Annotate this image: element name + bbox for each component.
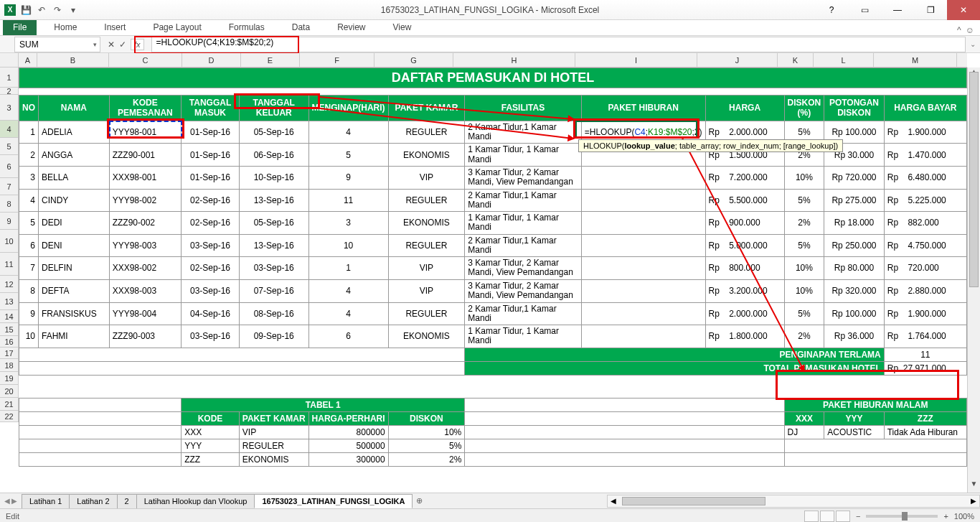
col-header-G[interactable]: G (374, 53, 453, 67)
zoom-plus-icon[interactable]: + (943, 512, 948, 521)
status-mode: Edit (6, 512, 19, 521)
worksheet-area: ABCDEFGHIJKLM 12345678910111213141516171… (0, 53, 980, 493)
enter-formula-icon[interactable]: ✓ (119, 39, 126, 50)
row-header-15[interactable]: 15 (0, 323, 19, 336)
cells-viewport[interactable]: DAFTAR PEMASUKAN DI HOTELNONAMAKODE PEME… (19, 67, 967, 493)
save-icon[interactable]: 💾 (20, 4, 32, 16)
sheet-tab-1[interactable]: Latihan 2 (69, 494, 117, 508)
tab-file[interactable]: File (3, 19, 37, 35)
row-header-20[interactable]: 20 (0, 385, 19, 398)
row-header-8[interactable]: 8 (0, 195, 19, 213)
row-header-10[interactable]: 10 (0, 230, 19, 253)
hscroll-left-icon[interactable]: ◀ (608, 497, 619, 505)
tab-page-layout[interactable]: Page Layout (143, 19, 211, 35)
quick-access-toolbar: X 💾 ↶ ↷ ▾ (0, 4, 79, 16)
row-header-9[interactable]: 9 (0, 213, 19, 230)
tab-view[interactable]: View (383, 19, 422, 35)
vertical-scrollbar[interactable]: ▲ ▼ (967, 67, 980, 493)
sheet-tab-3[interactable]: Latihan Hlookup dan Vlookup (136, 494, 255, 508)
col-header-L[interactable]: L (814, 53, 874, 67)
hscroll-right-icon[interactable]: ▶ (968, 497, 979, 505)
tab-home[interactable]: Home (44, 19, 87, 35)
sheet-tab-4[interactable]: 16753023_LATIHAN_FUNGSI_LOGIKA (254, 494, 413, 508)
row-header-14[interactable]: 14 (0, 310, 19, 323)
col-header-M[interactable]: M (874, 53, 957, 67)
redo-icon[interactable]: ↷ (52, 4, 63, 16)
col-header-K[interactable]: K (778, 53, 814, 67)
cancel-formula-icon[interactable]: ✕ (108, 39, 115, 50)
col-header-E[interactable]: E (241, 53, 300, 67)
normal-view-icon[interactable] (804, 511, 819, 522)
name-box[interactable]: SUM (14, 37, 100, 52)
horizontal-scrollbar[interactable]: ◀ ▶ (607, 495, 980, 508)
zoom-level: 100% (954, 512, 974, 521)
row-header-6[interactable]: 6 (0, 155, 19, 178)
title-bar: X 💾 ↶ ↷ ▾ 16753023_LATIHAN_FUNGSI_LOGIKA… (0, 0, 980, 20)
row-header-4[interactable]: 4 (0, 121, 19, 138)
row-header-13[interactable]: 13 (0, 293, 19, 310)
close-button[interactable]: ✕ (947, 0, 980, 20)
minimize-button[interactable]: — (881, 0, 914, 20)
undo-icon[interactable]: ↶ (36, 4, 47, 16)
vscroll-thumb[interactable] (969, 72, 979, 287)
tab-review[interactable]: Review (327, 19, 375, 35)
sheet-tab-2[interactable]: 2 (117, 494, 137, 508)
spreadsheet-grid[interactable]: DAFTAR PEMASUKAN DI HOTELNONAMAKODE PEME… (19, 67, 967, 467)
pagebreak-view-icon[interactable] (836, 511, 850, 522)
scroll-down-arrow-icon[interactable]: ▼ (968, 480, 980, 493)
ribbon-tabs: File Home Insert Page Layout Formulas Da… (0, 20, 980, 36)
col-header-H[interactable]: H (453, 53, 575, 67)
sheet-nav[interactable]: ◀▶ (0, 497, 22, 505)
col-header-C[interactable]: C (109, 53, 182, 67)
tab-formulas[interactable]: Formulas (219, 19, 275, 35)
row-header-2[interactable]: 2 (0, 88, 19, 95)
expand-formula-bar-icon[interactable]: ⌄ (966, 40, 980, 48)
row-header-21[interactable]: 21 (0, 398, 19, 411)
view-buttons[interactable] (804, 511, 850, 522)
row-header-11[interactable]: 11 (0, 253, 19, 276)
tab-insert[interactable]: Insert (94, 19, 136, 35)
formula-controls: ✕ ✓ fx (100, 39, 151, 50)
sheet-tabs-bar: ◀▶ Latihan 1Latihan 22Latihan Hlookup da… (0, 493, 980, 508)
excel-icon: X (4, 4, 16, 16)
col-header-I[interactable]: I (575, 53, 697, 67)
qat-more-icon[interactable]: ▾ (67, 4, 79, 16)
col-header-A[interactable]: A (19, 53, 37, 67)
row-headers[interactable]: 12345678910111213141516171819202122 (0, 67, 19, 422)
row-header-17[interactable]: 17 (0, 348, 19, 359)
window-controls: ? ▭ — ❐ ✕ (815, 0, 980, 20)
zoom-slider[interactable] (866, 515, 938, 518)
row-header-5[interactable]: 5 (0, 138, 19, 155)
col-header-J[interactable]: J (697, 53, 778, 67)
fx-button[interactable]: fx (131, 39, 144, 50)
new-sheet-button[interactable]: ⊕ (412, 495, 427, 507)
col-header-B[interactable]: B (37, 53, 109, 67)
pagelayout-view-icon[interactable] (820, 511, 834, 522)
row-header-19[interactable]: 19 (0, 372, 19, 385)
hscroll-thumb[interactable] (622, 497, 765, 505)
row-header-3[interactable]: 3 (0, 95, 19, 121)
function-tooltip: HLOOKUP(lookup_value; table_array; row_i… (578, 139, 843, 152)
row-header-18[interactable]: 18 (0, 359, 19, 372)
column-headers[interactable]: ABCDEFGHIJKLM (19, 53, 967, 67)
ribbon-right-icons: ^ ☺ (957, 25, 980, 35)
row-header-7[interactable]: 7 (0, 178, 19, 195)
smiley-icon[interactable]: ☺ (966, 25, 974, 35)
col-header-F[interactable]: F (300, 53, 374, 67)
status-bar: Edit − + 100% (0, 508, 980, 522)
zoom-minus-icon[interactable]: − (856, 512, 860, 521)
select-all-corner[interactable] (0, 53, 19, 67)
ribbon-options-icon[interactable]: ▭ (848, 0, 881, 20)
tab-data[interactable]: Data (282, 19, 320, 35)
row-header-12[interactable]: 12 (0, 276, 19, 293)
collapse-ribbon-icon[interactable]: ^ (957, 25, 961, 35)
sheet-tab-0[interactable]: Latihan 1 (22, 494, 70, 508)
formula-bar: SUM ✕ ✓ fx =HLOOKUP(C4;K19:$M$20;2) ⌄ (0, 36, 980, 53)
row-header-1[interactable]: 1 (0, 67, 19, 88)
help-icon[interactable]: ? (815, 0, 848, 20)
col-header-D[interactable]: D (182, 53, 241, 67)
maximize-button[interactable]: ❐ (914, 0, 947, 20)
row-header-22[interactable]: 22 (0, 411, 19, 422)
row-header-16[interactable]: 16 (0, 336, 19, 348)
formula-input[interactable]: =HLOOKUP(C4;K19:$M$20;2) (151, 37, 966, 52)
